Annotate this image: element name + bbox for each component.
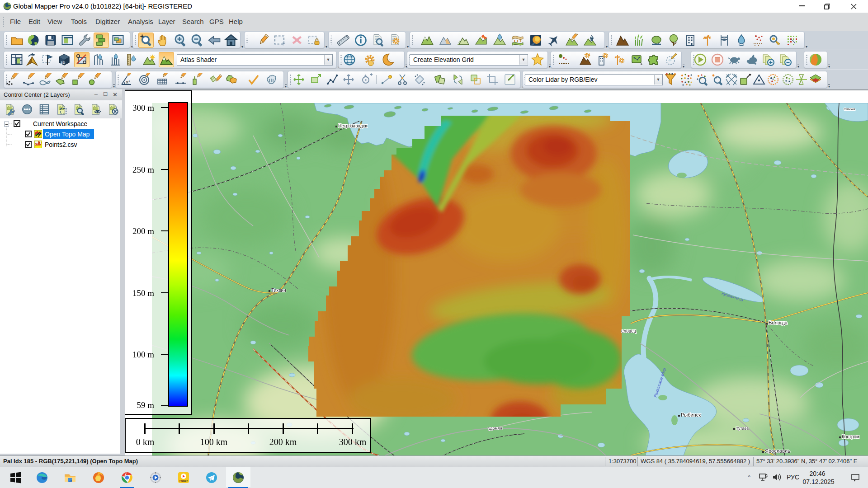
svg-text:удомля: удомля bbox=[488, 426, 502, 431]
svg-text:Рыбинск: Рыбинск bbox=[681, 412, 701, 418]
svg-text:X°: X° bbox=[126, 80, 130, 84]
svg-text:еловец: еловец bbox=[621, 328, 637, 333]
svg-text:Тихвин: Тихвин bbox=[271, 288, 286, 293]
svg-text:Player: Player bbox=[179, 479, 188, 482]
svg-text:Петрозаводск: Петрозаводск bbox=[338, 123, 368, 128]
svg-text:3D: 3D bbox=[61, 61, 65, 65]
svg-text:Костром: Костром bbox=[842, 434, 859, 439]
svg-text:Ярославль: Ярославль bbox=[765, 448, 790, 454]
svg-text:Сямжа: Сямжа bbox=[844, 107, 855, 111]
svg-text:Вологда: Вологда bbox=[769, 320, 788, 325]
svg-text:Тутаев: Тутаев bbox=[736, 426, 749, 431]
